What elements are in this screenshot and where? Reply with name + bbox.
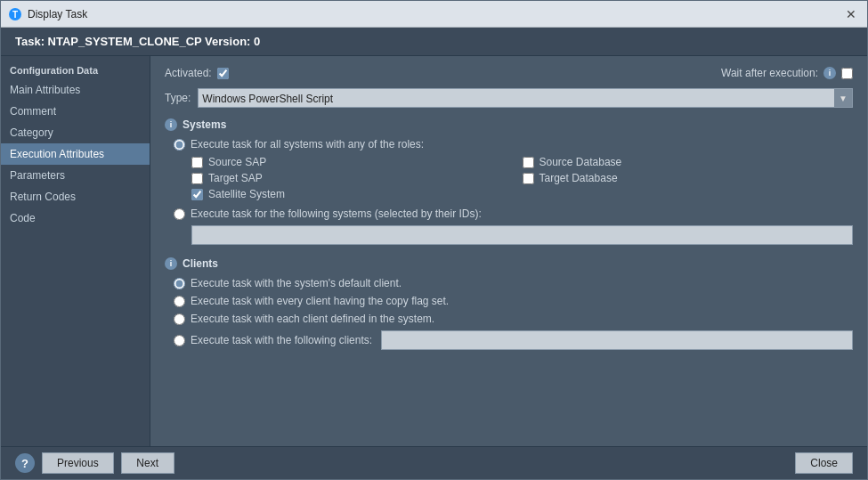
app-icon: T xyxy=(8,7,22,21)
radio-default-client: Execute task with the system's default c… xyxy=(174,277,853,289)
close-icon[interactable]: ✕ xyxy=(842,5,860,23)
radio-following-systems-input[interactable] xyxy=(174,208,185,220)
sidebar-section-title: Configuration Data xyxy=(1,60,150,79)
type-select-text: Windows PowerShell Script xyxy=(199,89,834,107)
activated-checkbox[interactable] xyxy=(217,68,229,79)
checkbox-satellite-system: Satellite System xyxy=(191,188,523,200)
radio-following-systems: Execute task for the following systems (… xyxy=(174,207,853,220)
radio-copy-flag-input[interactable] xyxy=(174,296,185,307)
source-database-checkbox[interactable] xyxy=(523,157,534,168)
target-sap-checkbox[interactable] xyxy=(191,173,203,184)
activated-row: Activated: Wait after execution: i xyxy=(165,67,853,79)
clients-section-title: Clients xyxy=(183,257,218,270)
systems-checkbox-grid: Source SAP Target SAP Satellite System xyxy=(191,156,853,200)
systems-section-title: Systems xyxy=(183,118,226,131)
type-row: Type: Windows PowerShell Script ▼ xyxy=(165,88,853,108)
checkbox-target-database: Target Database xyxy=(523,172,854,184)
radio-following-clients-label: Execute task with the following clients: xyxy=(191,334,372,346)
checkbox-source-database: Source Database xyxy=(523,156,854,168)
sidebar: Configuration Data Main Attributes Comme… xyxy=(1,56,150,446)
svg-text:T: T xyxy=(12,10,18,20)
dialog-body: Task: NTAP_SYSTEM_CLONE_CP Version: 0 Co… xyxy=(1,28,867,479)
title-bar: T Display Task ✕ xyxy=(1,1,867,28)
target-database-checkbox[interactable] xyxy=(523,173,534,184)
main-panel: Activated: Wait after execution: i Type:… xyxy=(150,56,867,446)
sidebar-item-comment[interactable]: Comment xyxy=(1,101,150,122)
source-sap-label: Source SAP xyxy=(208,156,266,168)
checkbox-source-sap: Source SAP xyxy=(191,156,523,168)
checkbox-target-sap: Target SAP xyxy=(191,172,523,184)
target-sap-label: Target SAP xyxy=(208,172,263,184)
source-sap-checkbox[interactable] xyxy=(191,157,203,168)
sidebar-item-return-codes[interactable]: Return Codes xyxy=(1,186,150,207)
systems-section-header: i Systems xyxy=(165,118,853,131)
title-bar-text: Display Task xyxy=(28,8,837,20)
type-select-wrapper: Windows PowerShell Script ▼ xyxy=(198,88,853,108)
activated-left: Activated: xyxy=(165,67,229,79)
systems-input-row xyxy=(191,225,853,245)
radio-following-clients: Execute task with the following clients: xyxy=(174,330,853,350)
type-label: Type: xyxy=(165,92,191,104)
checkbox-col-left: Source SAP Target SAP Satellite System xyxy=(191,156,523,200)
clients-section: i Clients Execute task with the system's… xyxy=(165,257,853,350)
sidebar-item-code[interactable]: Code xyxy=(1,207,150,229)
radio-all-systems: Execute task for all systems with any of… xyxy=(174,138,853,151)
footer: ? Previous Next Close xyxy=(1,446,867,479)
satellite-system-checkbox[interactable] xyxy=(191,189,203,200)
radio-default-client-input[interactable] xyxy=(174,278,185,289)
previous-button[interactable]: Previous xyxy=(42,452,114,474)
next-button[interactable]: Next xyxy=(121,452,174,474)
radio-each-client-input[interactable] xyxy=(174,313,185,325)
sidebar-item-execution-attributes[interactable]: Execution Attributes xyxy=(1,143,150,165)
satellite-system-label: Satellite System xyxy=(208,188,285,200)
systems-info-icon[interactable]: i xyxy=(165,118,177,131)
radio-copy-flag-label: Execute task with every client having th… xyxy=(191,295,449,307)
clients-info-icon[interactable]: i xyxy=(165,257,177,270)
radio-each-client: Execute task with each client defined in… xyxy=(174,313,853,325)
task-header-text: Task: NTAP_SYSTEM_CLONE_CP Version: 0 xyxy=(15,35,260,48)
radio-following-clients-input[interactable] xyxy=(174,335,185,346)
close-button[interactable]: Close xyxy=(795,452,853,474)
task-header: Task: NTAP_SYSTEM_CLONE_CP Version: 0 xyxy=(1,28,867,56)
sidebar-item-category[interactable]: Category xyxy=(1,122,150,143)
help-button[interactable]: ? xyxy=(15,453,35,473)
radio-copy-flag: Execute task with every client having th… xyxy=(174,295,853,307)
target-database-label: Target Database xyxy=(539,172,618,184)
radio-each-client-label: Execute task with each client defined in… xyxy=(191,313,434,325)
sidebar-item-main-attributes[interactable]: Main Attributes xyxy=(1,79,150,101)
content-area: Configuration Data Main Attributes Comme… xyxy=(1,56,867,446)
radio-default-client-label: Execute task with the system's default c… xyxy=(191,277,402,289)
footer-right: Close xyxy=(795,452,853,474)
wait-after-checkbox[interactable] xyxy=(841,68,853,79)
source-database-label: Source Database xyxy=(539,156,622,168)
clients-text-input[interactable] xyxy=(381,330,853,350)
clients-section-header: i Clients xyxy=(165,257,853,270)
sidebar-item-parameters[interactable]: Parameters xyxy=(1,165,150,186)
radio-all-systems-input[interactable] xyxy=(174,139,185,151)
wait-after-info-icon[interactable]: i xyxy=(823,67,836,79)
radio-following-systems-label: Execute task for the following systems (… xyxy=(191,207,482,220)
type-dropdown-arrow[interactable]: ▼ xyxy=(834,89,852,107)
wait-after-right: Wait after execution: i xyxy=(721,67,853,79)
checkbox-col-right: Source Database Target Database xyxy=(523,156,854,200)
wait-after-label: Wait after execution: xyxy=(721,67,818,79)
systems-text-input[interactable] xyxy=(191,225,853,245)
radio-all-systems-label: Execute task for all systems with any of… xyxy=(191,138,424,151)
dialog-container: T Display Task ✕ Task: NTAP_SYSTEM_CLONE… xyxy=(0,0,868,480)
systems-section: i Systems Execute task for all systems w… xyxy=(165,118,853,245)
activated-label: Activated: xyxy=(165,67,212,79)
